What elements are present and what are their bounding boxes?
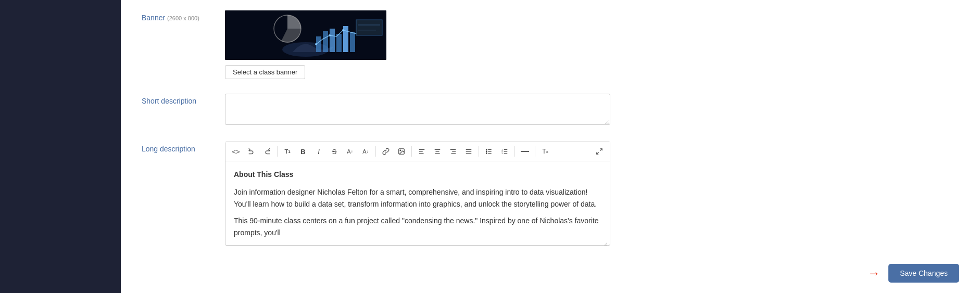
editor-toolbar: <> T1 B I S A↑ A↓ [225, 142, 610, 161]
toolbar-fullscreen-btn[interactable] [592, 144, 607, 159]
select-banner-button[interactable]: Select a class banner [225, 65, 305, 79]
banner-control: Select a class banner [225, 10, 959, 79]
toolbar-align-right-btn[interactable] [446, 144, 460, 159]
svg-line-41 [600, 149, 602, 151]
toolbar-align-center-btn[interactable] [430, 144, 445, 159]
svg-rect-4 [323, 31, 328, 52]
svg-point-9 [315, 43, 317, 45]
long-description-control: <> T1 B I S A↑ A↓ [225, 142, 959, 246]
rich-text-editor: <> T1 B I S A↑ A↓ [225, 142, 610, 246]
svg-rect-6 [336, 34, 342, 52]
editor-paragraph-1: Join information designer Nicholas Felto… [234, 186, 601, 210]
toolbar-italic-btn[interactable]: I [311, 144, 326, 159]
short-description-control [225, 94, 959, 127]
toolbar-subscript-btn[interactable]: A↓ [358, 144, 373, 159]
svg-point-32 [486, 149, 487, 150]
toolbar-divider-4 [479, 146, 479, 157]
banner-row: Banner (2600 x 800) [142, 10, 959, 79]
toolbar-superscript-btn[interactable]: A↑ [343, 144, 357, 159]
toolbar-divider-2 [375, 146, 376, 157]
svg-point-11 [342, 29, 344, 31]
editor-content-area[interactable]: About This Class Join information design… [225, 161, 610, 242]
toolbar-paragraph-btn[interactable]: T1 [280, 144, 295, 159]
toolbar-bold-btn[interactable]: B [296, 144, 310, 159]
svg-point-33 [486, 151, 487, 152]
resize-icon: ⊿ [604, 241, 608, 247]
short-description-label: Short description [142, 94, 225, 105]
toolbar-numbered-list-btn[interactable]: 1.2.3. [497, 144, 512, 159]
toolbar-strikethrough-btn[interactable]: S [327, 144, 342, 159]
toolbar-align-justify-btn[interactable] [461, 144, 476, 159]
long-description-label: Long description [142, 142, 225, 153]
toolbar-align-left-btn[interactable] [414, 144, 429, 159]
toolbar-divider-5 [514, 146, 515, 157]
toolbar-divider-1 [277, 146, 278, 157]
toolbar-divider-3 [411, 146, 412, 157]
save-area: → Save Changes [868, 264, 959, 283]
long-description-row: Long description <> T1 B I S [142, 142, 959, 246]
editor-resize-handle[interactable]: ⊿ [225, 242, 610, 245]
svg-rect-12 [356, 20, 382, 35]
editor-paragraph-2: This 90-minute class centers on a fun pr… [234, 215, 601, 238]
arrow-indicator: → [868, 266, 880, 281]
svg-point-16 [400, 150, 401, 151]
svg-point-34 [486, 153, 487, 154]
svg-line-42 [597, 152, 599, 154]
save-changes-button[interactable]: Save Changes [888, 264, 959, 283]
toolbar-image-btn[interactable] [394, 144, 409, 159]
main-content: Banner (2600 x 800) [121, 0, 980, 293]
svg-point-10 [329, 34, 331, 36]
short-description-row: Short description [142, 94, 959, 127]
sidebar [0, 0, 121, 293]
toolbar-divider-6 [535, 146, 535, 157]
toolbar-code-btn[interactable]: <> [229, 144, 243, 159]
toolbar-bullet-list-btn[interactable] [482, 144, 496, 159]
toolbar-link-btn[interactable] [379, 144, 393, 159]
toolbar-undo-btn[interactable] [244, 144, 259, 159]
svg-rect-5 [330, 29, 335, 52]
banner-chart-svg [225, 10, 386, 60]
banner-image-container [225, 10, 386, 60]
short-description-textarea[interactable] [225, 94, 610, 125]
toolbar-clear-format-btn[interactable]: Tx [538, 144, 552, 159]
banner-image-inner [225, 10, 386, 60]
svg-rect-8 [350, 32, 355, 52]
editor-heading: About This Class [234, 169, 601, 180]
banner-label: Banner (2600 x 800) [142, 10, 225, 22]
toolbar-hr-btn[interactable]: — [518, 144, 532, 159]
toolbar-redo-btn[interactable] [260, 144, 274, 159]
svg-text:3.: 3. [501, 152, 503, 155]
